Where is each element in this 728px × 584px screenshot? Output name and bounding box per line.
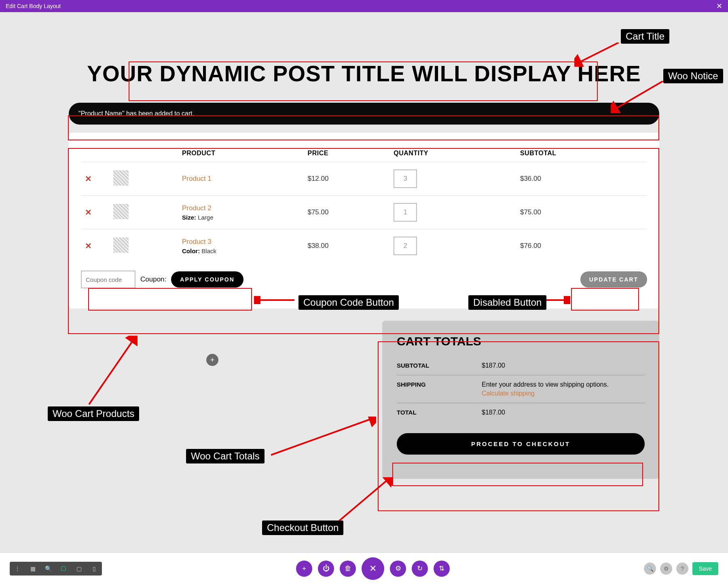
arrow-coupon: [254, 296, 298, 304]
product-link[interactable]: Product 1: [182, 175, 212, 182]
annotation-woo-notice: Woo Notice: [663, 69, 723, 83]
table-row: ✕ Product 2 Size: Large $75.00 $75.00: [81, 196, 647, 229]
product-thumb: [113, 237, 129, 253]
table-row: ✕ Product 1 $12.00 $36.00: [81, 162, 647, 196]
product-meta: Size: Large: [182, 214, 299, 221]
col-price: PRICE: [303, 145, 389, 162]
save-button[interactable]: Save: [692, 562, 718, 575]
apply-coupon-button[interactable]: APPLY COUPON: [171, 271, 243, 288]
svg-line-4: [89, 340, 133, 404]
price-cell: $38.00: [303, 229, 389, 263]
product-link[interactable]: Product 2: [182, 204, 212, 212]
cart-products-box: PRODUCT PRICE QUANTITY SUBTOTAL ✕ Produc…: [69, 133, 659, 309]
settings-icon[interactable]: ⚙: [660, 563, 672, 575]
total-value: $187.00: [482, 403, 645, 422]
remove-icon[interactable]: ✕: [85, 241, 92, 250]
cart-totals-box: CART TOTALS SUBTOTAL $187.00 SHIPPING En…: [382, 321, 659, 479]
svg-line-1: [615, 81, 663, 109]
remove-icon[interactable]: ✕: [85, 208, 92, 217]
annotation-checkout-button: Checkout Button: [262, 521, 343, 535]
editor-topbar: Edit Cart Body Layout ✕: [0, 0, 728, 12]
close-icon[interactable]: ✕: [716, 2, 722, 11]
total-label: TOTAL: [397, 403, 482, 422]
annotation-woo-cart-products: Woo Cart Products: [48, 406, 139, 421]
view-switcher: ⋮ ▦ 🔍 🖵 ▢ ▯: [10, 562, 102, 576]
proceed-to-checkout-button[interactable]: PROCEED TO CHECKOUT: [397, 433, 645, 455]
subtotal-cell: $75.00: [516, 196, 647, 229]
svg-line-5: [271, 419, 372, 455]
add-module-button[interactable]: +: [206, 354, 218, 366]
annotation-cart-title: Cart Title: [621, 29, 669, 44]
woo-notice: "Product Name" has been added to cart.: [69, 103, 659, 125]
quantity-input[interactable]: [394, 203, 417, 222]
gear-icon[interactable]: ⚙: [390, 561, 406, 577]
product-link[interactable]: Product 3: [182, 238, 212, 245]
remove-icon[interactable]: ✕: [85, 174, 92, 183]
shipping-text: Enter your address to view shipping opti…: [482, 381, 609, 388]
desktop-icon[interactable]: 🖵: [56, 562, 71, 576]
editor-canvas: Cart Title Woo Notice Coupon Code Button…: [0, 12, 728, 495]
sort-icon[interactable]: ⇅: [434, 561, 450, 577]
col-product: PRODUCT: [178, 145, 303, 162]
tablet-icon[interactable]: ▢: [71, 562, 87, 576]
trash-icon[interactable]: 🗑: [340, 561, 356, 577]
product-thumb: [113, 204, 129, 219]
annotation-disabled-button: Disabled Button: [468, 295, 546, 310]
annotation-woo-cart-totals: Woo Cart Totals: [186, 449, 265, 463]
power-icon[interactable]: ⏻: [318, 561, 334, 577]
subtotal-value: $187.00: [482, 356, 645, 375]
price-cell: $12.00: [303, 162, 389, 196]
product-thumb: [113, 170, 129, 186]
coupon-input[interactable]: [81, 271, 135, 288]
arrow-checkout: [336, 477, 392, 526]
right-actions: 🔍 ⚙ ? Save: [644, 562, 718, 575]
editor-title: Edit Cart Body Layout: [6, 3, 61, 9]
product-meta: Color: Black: [182, 248, 299, 254]
coupon-label: Coupon:: [140, 275, 166, 284]
woo-notice-wrap: "Product Name" has been added to cart.: [69, 103, 659, 125]
shipping-label: SHIPPING: [397, 375, 482, 403]
annotation-coupon-button: Coupon Code Button: [298, 295, 399, 310]
col-subtotal: SUBTOTAL: [516, 145, 647, 162]
bottom-toolbar: ⋮ ▦ 🔍 🖵 ▢ ▯ + ⏻ 🗑 ✕ ⚙ ↻ ⇅ 🔍 ⚙ ? Save: [0, 552, 728, 584]
table-row: ✕ Product 3 Color: Black $38.00 $76.00: [81, 229, 647, 263]
col-quantity: QUANTITY: [389, 145, 516, 162]
calculate-shipping-link[interactable]: Calculate shipping: [482, 390, 645, 397]
svg-line-6: [336, 479, 388, 524]
add-icon[interactable]: +: [296, 561, 312, 577]
cart-totals-title: CART TOTALS: [397, 334, 645, 348]
cart-table: PRODUCT PRICE QUANTITY SUBTOTAL ✕ Produc…: [81, 145, 647, 262]
wireframe-icon[interactable]: ▦: [25, 562, 40, 576]
menu-icon[interactable]: ⋮: [10, 562, 25, 576]
arrow-cart-products: [85, 336, 138, 408]
subtotal-label: SUBTOTAL: [397, 356, 482, 375]
arrow-woo-notice: [611, 81, 667, 113]
search-icon[interactable]: 🔍: [644, 563, 656, 575]
svg-line-0: [578, 42, 619, 63]
totals-table: SUBTOTAL $187.00 SHIPPING Enter your add…: [397, 356, 645, 422]
help-icon[interactable]: ?: [676, 563, 688, 575]
zoom-icon[interactable]: 🔍: [40, 562, 56, 576]
price-cell: $75.00: [303, 196, 389, 229]
update-cart-button: UPDATE CART: [580, 271, 647, 288]
coupon-row: Coupon: APPLY COUPON UPDATE CART: [81, 271, 647, 288]
center-actions: + ⏻ 🗑 ✕ ⚙ ↻ ⇅: [296, 557, 450, 580]
subtotal-cell: $36.00: [516, 162, 647, 196]
arrow-cart-title: [574, 42, 623, 67]
quantity-input[interactable]: [394, 237, 417, 255]
close-editor-icon[interactable]: ✕: [362, 557, 384, 580]
quantity-input[interactable]: [394, 169, 417, 188]
history-icon[interactable]: ↻: [412, 561, 428, 577]
phone-icon[interactable]: ▯: [87, 562, 102, 576]
arrow-totals: [271, 417, 376, 457]
subtotal-cell: $76.00: [516, 229, 647, 263]
